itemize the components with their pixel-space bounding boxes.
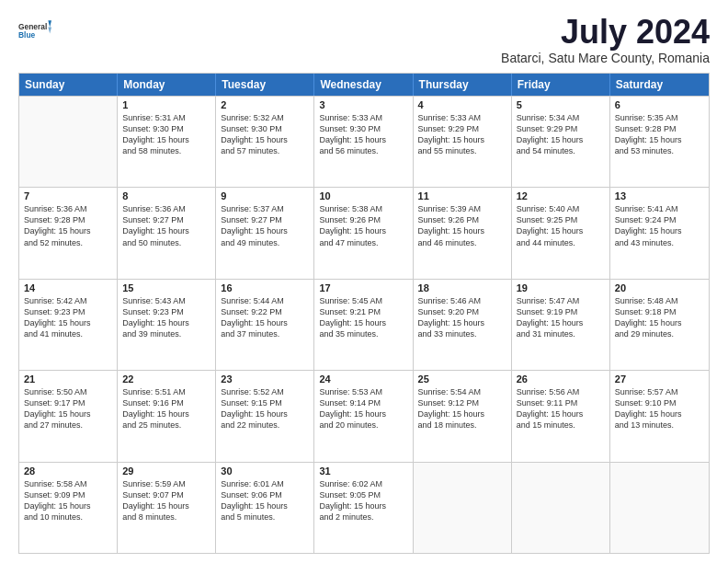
- cal-cell-4-2: 30 Sunrise: 6:01 AM Sunset: 9:06 PM Dayl…: [216, 463, 314, 553]
- day-number: 8: [122, 190, 210, 201]
- cal-row-1: 7 Sunrise: 5:36 AM Sunset: 9:28 PM Dayli…: [19, 187, 709, 278]
- calendar: Sunday Monday Tuesday Wednesday Thursday…: [18, 73, 710, 554]
- day-number: 18: [418, 282, 506, 293]
- day-number: 4: [418, 99, 506, 110]
- cal-cell-1-0: 7 Sunrise: 5:36 AM Sunset: 9:28 PM Dayli…: [19, 188, 118, 278]
- cal-row-3: 21 Sunrise: 5:50 AM Sunset: 9:17 PM Dayl…: [19, 370, 709, 461]
- cell-info: Sunrise: 5:33 AM Sunset: 9:30 PM Dayligh…: [319, 112, 407, 157]
- cal-cell-2-0: 14 Sunrise: 5:42 AM Sunset: 9:23 PM Dayl…: [19, 280, 118, 370]
- cal-cell-1-6: 13 Sunrise: 5:41 AM Sunset: 9:24 PM Dayl…: [610, 188, 709, 278]
- svg-text:Blue: Blue: [18, 30, 36, 40]
- cell-info: Sunrise: 6:02 AM Sunset: 9:05 PM Dayligh…: [319, 478, 407, 523]
- cal-cell-3-2: 23 Sunrise: 5:52 AM Sunset: 9:15 PM Dayl…: [216, 371, 314, 461]
- cell-info: Sunrise: 5:43 AM Sunset: 9:23 PM Dayligh…: [122, 295, 210, 340]
- cell-info: Sunrise: 5:42 AM Sunset: 9:23 PM Dayligh…: [24, 295, 112, 340]
- main-title: July 2024: [501, 14, 710, 51]
- day-number: 30: [221, 465, 309, 477]
- cal-cell-1-3: 10 Sunrise: 5:38 AM Sunset: 9:26 PM Dayl…: [314, 188, 413, 278]
- cell-info: Sunrise: 5:46 AM Sunset: 9:20 PM Dayligh…: [418, 295, 506, 340]
- cal-cell-0-3: 3 Sunrise: 5:33 AM Sunset: 9:30 PM Dayli…: [314, 97, 413, 187]
- day-number: 27: [615, 373, 704, 385]
- day-number: 15: [122, 282, 210, 293]
- logo: General Blue: [18, 14, 51, 47]
- svg-marker-2: [48, 20, 51, 27]
- cell-info: Sunrise: 5:52 AM Sunset: 9:15 PM Dayligh…: [221, 386, 309, 431]
- header-monday: Monday: [118, 74, 216, 96]
- cal-cell-4-4: [414, 463, 512, 553]
- header-saturday: Saturday: [610, 74, 709, 96]
- cell-info: Sunrise: 5:53 AM Sunset: 9:14 PM Dayligh…: [319, 386, 407, 431]
- day-number: 25: [418, 373, 506, 385]
- day-number: 22: [122, 373, 210, 385]
- cell-info: Sunrise: 5:41 AM Sunset: 9:24 PM Dayligh…: [615, 203, 704, 248]
- cal-cell-1-2: 9 Sunrise: 5:37 AM Sunset: 9:27 PM Dayli…: [216, 188, 314, 278]
- header-friday: Friday: [512, 74, 610, 96]
- cal-cell-0-0: [19, 97, 118, 187]
- cal-cell-3-1: 22 Sunrise: 5:51 AM Sunset: 9:16 PM Dayl…: [118, 371, 216, 461]
- day-number: 6: [615, 99, 704, 110]
- cell-info: Sunrise: 5:50 AM Sunset: 9:17 PM Dayligh…: [24, 386, 112, 431]
- cal-row-4: 28 Sunrise: 5:58 AM Sunset: 9:09 PM Dayl…: [19, 462, 709, 553]
- cell-info: Sunrise: 5:38 AM Sunset: 9:26 PM Dayligh…: [319, 203, 407, 248]
- day-number: 11: [418, 190, 506, 201]
- day-number: 16: [221, 282, 309, 293]
- cell-info: Sunrise: 6:01 AM Sunset: 9:06 PM Dayligh…: [221, 478, 309, 523]
- day-number: 20: [615, 282, 704, 293]
- cell-info: Sunrise: 5:45 AM Sunset: 9:21 PM Dayligh…: [319, 295, 407, 340]
- cell-info: Sunrise: 5:33 AM Sunset: 9:29 PM Dayligh…: [418, 112, 506, 157]
- svg-text:General: General: [18, 22, 47, 31]
- cal-cell-2-2: 16 Sunrise: 5:44 AM Sunset: 9:22 PM Dayl…: [216, 280, 314, 370]
- header-tuesday: Tuesday: [216, 74, 314, 96]
- cal-cell-2-5: 19 Sunrise: 5:47 AM Sunset: 9:19 PM Dayl…: [512, 280, 610, 370]
- cal-cell-0-2: 2 Sunrise: 5:32 AM Sunset: 9:30 PM Dayli…: [216, 97, 314, 187]
- cell-info: Sunrise: 5:36 AM Sunset: 9:28 PM Dayligh…: [24, 203, 112, 248]
- calendar-body: 1 Sunrise: 5:31 AM Sunset: 9:30 PM Dayli…: [19, 96, 709, 553]
- cal-cell-0-5: 5 Sunrise: 5:34 AM Sunset: 9:29 PM Dayli…: [512, 97, 610, 187]
- cell-info: Sunrise: 5:39 AM Sunset: 9:26 PM Dayligh…: [418, 203, 506, 248]
- logo-svg: General Blue: [18, 14, 51, 47]
- cell-info: Sunrise: 5:54 AM Sunset: 9:12 PM Dayligh…: [418, 386, 506, 431]
- page: General Blue July 2024 Batarci, Satu Mar…: [0, 0, 728, 563]
- cal-cell-0-6: 6 Sunrise: 5:35 AM Sunset: 9:28 PM Dayli…: [610, 97, 709, 187]
- cell-info: Sunrise: 5:31 AM Sunset: 9:30 PM Dayligh…: [122, 112, 210, 157]
- calendar-header: Sunday Monday Tuesday Wednesday Thursday…: [19, 74, 709, 96]
- cell-info: Sunrise: 5:48 AM Sunset: 9:18 PM Dayligh…: [615, 295, 704, 340]
- cal-cell-2-3: 17 Sunrise: 5:45 AM Sunset: 9:21 PM Dayl…: [314, 280, 413, 370]
- header-thursday: Thursday: [414, 74, 512, 96]
- day-number: 10: [319, 190, 407, 201]
- cal-cell-1-5: 12 Sunrise: 5:40 AM Sunset: 9:25 PM Dayl…: [512, 188, 610, 278]
- day-number: 7: [24, 190, 112, 201]
- cal-cell-1-1: 8 Sunrise: 5:36 AM Sunset: 9:27 PM Dayli…: [118, 188, 216, 278]
- cell-info: Sunrise: 5:36 AM Sunset: 9:27 PM Dayligh…: [122, 203, 210, 248]
- cal-cell-2-4: 18 Sunrise: 5:46 AM Sunset: 9:20 PM Dayl…: [414, 280, 512, 370]
- cal-cell-3-4: 25 Sunrise: 5:54 AM Sunset: 9:12 PM Dayl…: [414, 371, 512, 461]
- cal-cell-4-3: 31 Sunrise: 6:02 AM Sunset: 9:05 PM Dayl…: [314, 463, 413, 553]
- cell-info: Sunrise: 5:34 AM Sunset: 9:29 PM Dayligh…: [517, 112, 605, 157]
- cell-info: Sunrise: 5:58 AM Sunset: 9:09 PM Dayligh…: [24, 478, 112, 523]
- header-wednesday: Wednesday: [314, 74, 413, 96]
- cell-info: Sunrise: 5:44 AM Sunset: 9:22 PM Dayligh…: [221, 295, 309, 340]
- day-number: 1: [122, 99, 210, 110]
- cal-row-2: 14 Sunrise: 5:42 AM Sunset: 9:23 PM Dayl…: [19, 279, 709, 370]
- svg-marker-3: [48, 27, 51, 33]
- cell-info: Sunrise: 5:56 AM Sunset: 9:11 PM Dayligh…: [517, 386, 605, 431]
- day-number: 12: [517, 190, 605, 201]
- cal-cell-3-0: 21 Sunrise: 5:50 AM Sunset: 9:17 PM Dayl…: [19, 371, 118, 461]
- header: General Blue July 2024 Batarci, Satu Mar…: [18, 14, 710, 65]
- day-number: 28: [24, 465, 112, 477]
- day-number: 31: [319, 465, 407, 477]
- day-number: 2: [221, 99, 309, 110]
- cal-cell-3-6: 27 Sunrise: 5:57 AM Sunset: 9:10 PM Dayl…: [610, 371, 709, 461]
- day-number: 29: [122, 465, 210, 477]
- day-number: 14: [24, 282, 112, 293]
- cal-cell-1-4: 11 Sunrise: 5:39 AM Sunset: 9:26 PM Dayl…: [414, 188, 512, 278]
- day-number: 21: [24, 373, 112, 385]
- day-number: 13: [615, 190, 704, 201]
- cal-cell-0-1: 1 Sunrise: 5:31 AM Sunset: 9:30 PM Dayli…: [118, 97, 216, 187]
- cal-cell-4-6: [610, 463, 709, 553]
- cell-info: Sunrise: 5:59 AM Sunset: 9:07 PM Dayligh…: [122, 478, 210, 523]
- cal-cell-3-5: 26 Sunrise: 5:56 AM Sunset: 9:11 PM Dayl…: [512, 371, 610, 461]
- cal-cell-2-1: 15 Sunrise: 5:43 AM Sunset: 9:23 PM Dayl…: [118, 280, 216, 370]
- cell-info: Sunrise: 5:51 AM Sunset: 9:16 PM Dayligh…: [122, 386, 210, 431]
- day-number: 17: [319, 282, 407, 293]
